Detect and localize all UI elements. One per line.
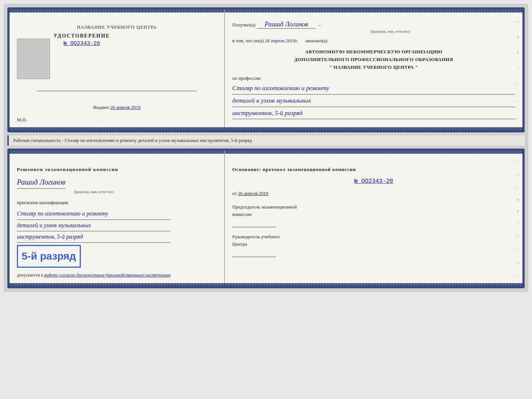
ot-line: от 26 апреля 2019 [232,189,515,197]
kvali-block: Столяр по изготовлению и ремонту деталей… [17,208,170,243]
kvali-line1: Столяр по изготовлению и ремонту [17,208,170,220]
bottom-person-name: Рашид Логинов [17,176,65,189]
bottom-doc-right: Основание: протокол экзаменационной коми… [225,151,522,286]
osnov-title: Основание: протокол экзаменационной коми… [232,165,515,174]
razryad-box: 5-й разряд [17,245,81,268]
udostoverenie-block: УДОСТОВЕРЕНИЕ № OO2343-20 [54,33,110,47]
organization-block: АВТОНОМНУЮ НЕКОММЕРЧЕСКУЮ ОРГАНИЗАЦИЮ ДО… [232,48,515,71]
protocol-number: № OO2343-20 [232,177,515,186]
prisvoena-line: присвоена квалификация [17,199,170,207]
kvali-line3: инструментов, 5-й разряд [17,231,170,243]
middle-label: Рабочая специальность - Столяр по изгото… [7,135,525,146]
photo-placeholder [17,39,50,79]
bottom-left-content: Решением экзаменационной комиссии Рашид … [17,162,170,279]
bottom-document: Решением экзаменационной комиссии Рашид … [7,149,525,288]
profession-line2: деталей и узлов музыкальных [232,95,515,107]
resheniem-line: Решением экзаменационной комиссии [17,165,170,174]
fio-caption-top: (фамилия, имя, отчество) [265,29,515,33]
side-stripes-top: – и ,а ← – – – [517,13,520,127]
razryad-big: 5-й разряд [22,250,76,262]
side-stripes-bottom: – – – и ,а ← – – – – [517,154,520,282]
vtom-line: в том, что он(а) 26 апреля 2019г. окончи… [232,38,515,44]
bottom-person-block: Рашид Логинов (фамилия, имя, отчество) [17,176,170,195]
dopuskaetsya-line: допускается к работе согласно должностны… [17,271,170,279]
mp-line: М.П. [17,117,27,123]
udostoverenie-number: № OO2343-20 [54,40,110,47]
top-left-title: НАЗВАНИЕ УЧЕБНОГО ЦЕНТРА [77,24,157,30]
dopuskaetsya-italic: работе согласно должностным (производств… [44,272,170,278]
poluchil-line: Получил(а) Рашид Логинов – [232,21,515,29]
vtom-date: 26 апреля 2019г. [265,38,298,43]
recipient-name: Рашид Логинов [265,21,308,28]
ot-date: 26 апреля 2019 [238,190,269,196]
udostoverenie-title: УДОСТОВЕРЕНИЕ [54,33,110,39]
recipient-name-field: Рашид Логинов [257,21,316,29]
predsedatel-signature-line [232,220,276,227]
profession-line1: Столяр по изготовлению и ремонту [232,83,515,95]
rukovoditel-title: Руководитель учебного Центра [232,233,515,247]
kvali-line2: деталей и узлов музыкальных [17,220,170,231]
predsedatel-block: Председатель экзаменационной комиссии [232,203,515,227]
profession-block: Столяр по изготовлению и ремонту деталей… [232,83,515,119]
fio-caption-bottom: (фамилия, имя, отчество) [17,189,170,195]
top-doc-right: Получил(а) Рашид Логинов – (фамилия, имя… [225,10,522,130]
po-professii: по профессии [232,75,515,81]
rukovoditel-block: Руководитель учебного Центра [232,233,515,257]
bottom-doc-left: Решением экзаменационной комиссии Рашид … [10,151,225,286]
profession-line3: инструментов, 5-й разряд [232,108,515,120]
top-doc-left: НАЗВАНИЕ УЧЕБНОГО ЦЕНТРА УДОСТОВЕРЕНИЕ №… [10,10,225,130]
rukovoditel-signature-line [232,250,276,257]
predsedatel-title: Председатель экзаменационной комиссии [232,203,515,218]
osnovanie-block: Основание: протокол экзаменационной коми… [232,162,515,257]
page-wrapper: НАЗВАНИЕ УЧЕБНОГО ЦЕНТРА УДОСТОВЕРЕНИЕ №… [4,4,528,292]
top-document: НАЗВАНИЕ УЧЕБНОГО ЦЕНТРА УДОСТОВЕРЕНИЕ №… [7,7,525,132]
vydano-line: Выдано 26 апреля 2019 [93,104,141,110]
vydano-date: 26 апреля 2019 [110,104,141,110]
